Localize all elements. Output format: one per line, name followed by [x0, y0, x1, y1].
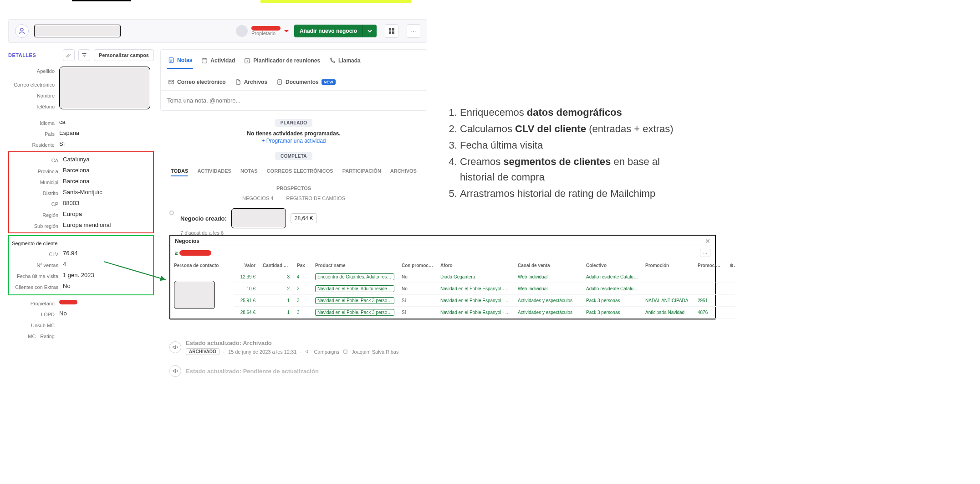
owner-dropdown-caret[interactable] [284, 30, 289, 35]
tab-activity[interactable]: Actividad [200, 55, 236, 68]
cell-cantidad: 1 [259, 307, 293, 319]
edit-details-button[interactable] [63, 49, 75, 61]
status-chip: ARCHIVADO [186, 348, 219, 355]
filter-participacion[interactable]: PARTICIPACIÓN [342, 168, 381, 176]
value-subregion: Europa meridional [63, 221, 111, 228]
empty-activities-message: No tienes actividades programadas. [160, 130, 427, 137]
cell-promocion [642, 283, 694, 295]
value-nventas: 4 [63, 261, 66, 268]
contact-name-redacted [179, 250, 211, 256]
col-promocion-name[interactable]: Promoción [642, 260, 694, 271]
tab-call-label: Llamada [338, 57, 361, 64]
person-icon [15, 24, 29, 38]
value-distrito: Sants-Montjuïc [63, 189, 102, 196]
filter-notas[interactable]: NOTAS [240, 168, 258, 176]
cell-con-promocion: No [398, 271, 437, 283]
add-deal-dropdown[interactable] [362, 25, 377, 37]
tab-activity-label: Actividad [210, 57, 235, 64]
geo-fields-highlight-box: CACatalunya ProvinciaBarcelona MunicipiB… [8, 151, 154, 233]
filter-todas[interactable]: TODAS [171, 168, 188, 176]
col-product[interactable]: Product name [311, 260, 398, 271]
note-item: Arrastramos historial de rating de Mailc… [460, 186, 692, 201]
value-ultima-visita: 1 gen. 2023 [63, 272, 94, 278]
cell-cantidad: 2 [259, 283, 293, 295]
cell-aforo: Navidad en el Poble Espanyol - … [437, 283, 514, 295]
status-title: Estado actualizado: Pendiente de actuali… [186, 368, 418, 375]
label-region: Región [12, 211, 63, 218]
schedule-activity-link[interactable]: + Programar una actividad [261, 138, 326, 144]
label-telefono: Teléfono [8, 102, 59, 109]
filter-correos[interactable]: CORREOS ELECTRÓNICOS [267, 168, 333, 176]
value-cp: 08003 [63, 200, 79, 206]
more-actions-button[interactable]: ··· [407, 24, 420, 38]
cell-aforo: Diada Gegantera [437, 271, 514, 283]
value-municipi: Barcelona [63, 178, 90, 185]
deals-title: Negocios [175, 238, 199, 244]
owner-name-redacted [251, 26, 281, 31]
contact-name-input[interactable] [34, 25, 121, 37]
label-lopd: LOPD [8, 310, 59, 317]
tab-call[interactable]: Llamada [328, 55, 362, 68]
col-valor[interactable]: Valor [234, 260, 259, 271]
value-region: Europa [63, 211, 82, 217]
filter-archivos[interactable]: ARCHIVOS [390, 168, 417, 176]
col-promocion[interactable]: Con promoción [398, 260, 437, 271]
table-row[interactable]: 28,64 €13Navidad en el Poble. Pack 3 per… [170, 307, 735, 319]
value-ca: Catalunya [63, 156, 90, 163]
tab-notes-label: Notas [177, 57, 192, 63]
cell-canal: Actividades y espectáculos [514, 307, 582, 319]
label-mc-rating: MC - Rating [8, 332, 59, 339]
close-icon[interactable]: ✕ [705, 237, 710, 245]
planned-section-label: PLANEADO [275, 119, 313, 127]
label-ultima-visita: Fecha última visita [12, 272, 63, 279]
col-promocion-id[interactable]: Promoción Id [694, 260, 726, 271]
filter-details-button[interactable] [78, 49, 90, 61]
gear-icon[interactable]: ⚙ [726, 260, 735, 271]
col-cantidad[interactable]: Cantidad de ... [259, 260, 293, 271]
deals-more-button[interactable]: ··· [700, 249, 710, 257]
tab-documents[interactable]: Documentos NEW [276, 76, 337, 90]
cell-colectivo: Adulto residente Catalu… [582, 283, 642, 295]
deal-name-redacted [231, 208, 286, 228]
tab-files-label: Archivos [244, 79, 267, 85]
col-contacto[interactable]: Persona de contacto [170, 260, 234, 271]
filter-actividades[interactable]: ACTIVIDADES [197, 168, 231, 176]
cell-pax: 3 [293, 295, 311, 307]
col-colectivo[interactable]: Colectivo [582, 260, 642, 271]
label-idioma: Idioma [8, 118, 59, 126]
table-row[interactable]: 12,39 €34Encuentro de Gigantes. Adulto r… [170, 271, 735, 283]
megaphone-icon [169, 365, 181, 377]
redacted-personal-info [59, 67, 150, 109]
subfilter-negocios[interactable]: NEGOCIOS 4 [242, 196, 273, 201]
svg-rect-1 [389, 28, 391, 31]
add-deal-button[interactable]: Añadir nuevo negocio [294, 25, 362, 37]
view-toggle-button[interactable] [385, 24, 398, 38]
col-pax[interactable]: Pax [293, 260, 311, 271]
cell-aforo: Navidad en el Poble Espanyol - … [437, 307, 514, 319]
col-canal[interactable]: Canal de venta [514, 260, 582, 271]
cell-promocion-id [694, 283, 726, 295]
cell-cantidad: 3 [259, 271, 293, 283]
contact-redacted [174, 281, 215, 309]
svg-rect-10 [344, 350, 347, 353]
contact-level-icon: ≥ [175, 250, 178, 256]
note-input[interactable] [161, 90, 427, 110]
cell-promocion: Anticipada Navidad [642, 307, 694, 319]
deal-created-label: Negocio creado: [180, 215, 227, 222]
value-clv: 76.94 [63, 250, 78, 257]
tab-email[interactable]: Correo electrónico [167, 76, 227, 90]
tab-files[interactable]: Archivos [234, 76, 268, 90]
subfilter-registro-cambios[interactable]: REGISTRO DE CAMBIOS [286, 196, 345, 201]
label-propietario: Propietario [8, 299, 59, 306]
customize-fields-button[interactable]: Personalizar campos [94, 49, 154, 61]
label-pais: País [8, 129, 59, 137]
cell-colectivo: Pack 3 personas [582, 295, 642, 307]
megaphone-icon [169, 341, 181, 353]
col-aforo[interactable]: Aforo [437, 260, 514, 271]
tab-scheduler[interactable]: Planificador de reuniones [243, 55, 321, 68]
table-row[interactable]: 10 €23Navidad en el Poble. Adulto reside… [170, 283, 735, 295]
cell-pax: 3 [293, 307, 311, 319]
tab-notes[interactable]: Notas [167, 54, 193, 69]
table-row[interactable]: 25,91 €13Navidad en el Poble. Pack 3 per… [170, 295, 735, 307]
filter-prospectos[interactable]: PROSPECTOS [276, 185, 311, 191]
